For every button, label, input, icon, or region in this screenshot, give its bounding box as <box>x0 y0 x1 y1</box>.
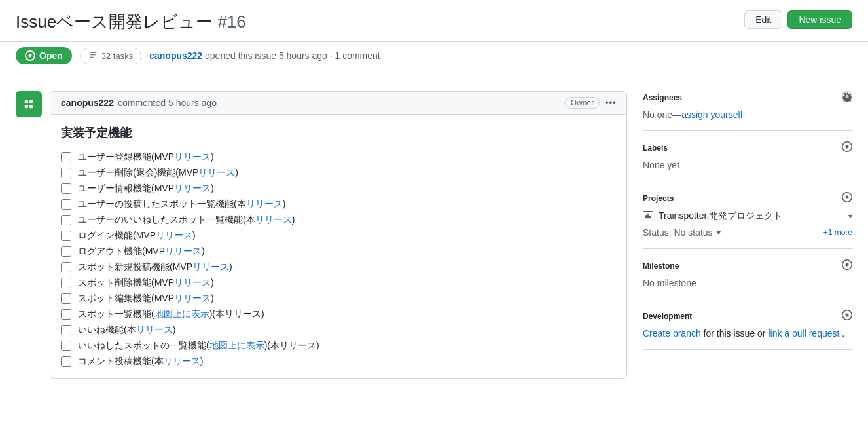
more-options-button[interactable]: ••• <box>605 97 616 109</box>
comment-header-right: Owner ••• <box>565 97 616 109</box>
checkbox-1[interactable] <box>61 152 71 162</box>
development-text: Create branch for this issue or link a p… <box>643 328 852 339</box>
meta-info: canopus222 opened this issue 5 hours ago… <box>149 50 380 61</box>
avatar <box>16 91 42 117</box>
list-item: ユーザー情報機能(MVPリリース) <box>61 183 616 195</box>
list-item: ログアウト機能(MVPリリース) <box>61 246 616 257</box>
project-left: Trainspotter.開発プロジェクト <box>643 210 782 222</box>
checkbox-13[interactable] <box>61 341 71 351</box>
assignees-header: Assignees <box>643 91 852 104</box>
comment-section: canopus222 commented 5 hours ago Owner •… <box>16 91 627 379</box>
assignees-title: Assignees <box>643 93 682 102</box>
status-dropdown[interactable]: ▾ <box>717 228 721 237</box>
checkbox-8[interactable] <box>61 262 71 272</box>
item-12-text: いいね機能(本リリース) <box>78 324 175 336</box>
comment-box: canopus222 commented 5 hours ago Owner •… <box>50 91 627 379</box>
link-pr-link[interactable]: link a pull request <box>768 328 839 339</box>
tasks-count: 32 tasks <box>101 51 133 61</box>
section-title: 実装予定機能 <box>61 125 616 141</box>
checkbox-3[interactable] <box>61 183 71 194</box>
assignees-section: Assignees No one—assign yourself <box>643 91 852 131</box>
development-gear-icon[interactable] <box>842 310 852 323</box>
development-title: Development <box>643 312 692 321</box>
checkbox-5[interactable] <box>61 215 71 225</box>
status-label: Open <box>39 50 63 61</box>
projects-section: Projects <box>643 181 852 249</box>
project-name: Trainspotter.開発プロジェクト <box>659 210 782 222</box>
checkbox-9[interactable] <box>61 278 71 288</box>
checkbox-4[interactable] <box>61 199 71 210</box>
item-4-text: ユーザーの投稿したスポット一覧機能(本リリース) <box>78 198 285 210</box>
projects-title: Projects <box>643 194 674 203</box>
list-item: コメント投稿機能(本リリース) <box>61 356 616 367</box>
development-header: Development <box>643 310 852 323</box>
labels-gear-icon[interactable] <box>842 141 852 155</box>
milestone-title: Milestone <box>643 261 679 271</box>
assign-yourself-link[interactable]: assign yourself <box>681 109 742 120</box>
comment-header: canopus222 commented 5 hours ago Owner •… <box>50 92 626 115</box>
open-icon <box>25 50 35 61</box>
checkbox-2[interactable] <box>61 168 71 178</box>
issue-title: Issueベース開発レビュー #16 <box>16 10 246 33</box>
svg-rect-7 <box>649 216 651 218</box>
milestone-gear-icon[interactable] <box>842 259 852 272</box>
assignees-gear-icon[interactable] <box>842 91 852 104</box>
checkbox-12[interactable] <box>61 325 71 335</box>
checkbox-7[interactable] <box>61 246 71 257</box>
assignees-value: No one—assign yourself <box>643 109 852 120</box>
checkbox-11[interactable] <box>61 309 71 320</box>
comment-time: commented 5 hours ago <box>118 98 217 108</box>
list-item: スポット新規投稿機能(MVPリリース) <box>61 261 616 273</box>
svg-rect-6 <box>647 214 649 218</box>
svg-rect-1 <box>25 100 28 103</box>
list-item: スポット編集機能(MVPリリース) <box>61 293 616 305</box>
item-3-text: ユーザー情報機能(MVPリリース) <box>78 183 214 195</box>
checkbox-14[interactable] <box>61 356 71 367</box>
status-badge: Open <box>16 47 72 64</box>
header-buttons: Edit New issue <box>744 10 852 29</box>
new-issue-button[interactable]: New issue <box>787 10 852 29</box>
item-1-text: ユーザー登録機能(MVPリリース) <box>78 151 214 163</box>
sidebar: Assignees No one—assign yourself Labels <box>643 91 852 379</box>
item-8-text: スポット新規投稿機能(MVPリリース) <box>78 261 232 273</box>
item-11-text: スポット一覧機能(地図上に表示)(本リリース) <box>78 309 264 320</box>
list-item: スポット一覧機能(地図上に表示)(本リリース) <box>61 309 616 320</box>
tasks-badge: 32 tasks <box>80 48 141 64</box>
comment-author: canopus222 <box>61 98 114 108</box>
issue-title-text: Issueベース開発レビュー <box>16 12 213 31</box>
labels-header: Labels <box>643 141 852 155</box>
svg-point-0 <box>29 54 32 58</box>
list-item: ユーザー登録機能(MVPリリース) <box>61 151 616 163</box>
checklist: ユーザー登録機能(MVPリリース) ユーザー削除(退会)機能(MVPリリース) … <box>61 151 616 367</box>
list-item: ユーザーの投稿したスポット一覧機能(本リリース) <box>61 198 616 210</box>
labels-value: None yet <box>643 160 852 170</box>
comment-header-left: canopus222 commented 5 hours ago <box>61 98 217 108</box>
author-link[interactable]: canopus222 <box>149 50 202 61</box>
milestone-section: Milestone No milestone <box>643 249 852 299</box>
edit-button[interactable]: Edit <box>744 10 782 29</box>
svg-rect-2 <box>29 100 33 103</box>
no-one-text: No one <box>643 109 672 120</box>
svg-rect-4 <box>29 105 33 108</box>
item-7-text: ログアウト機能(MVPリリース) <box>78 246 205 257</box>
checkbox-10[interactable] <box>61 293 71 304</box>
item-9-text: スポット削除機能(MVPリリース) <box>78 277 214 289</box>
main-content: canopus222 commented 5 hours ago Owner •… <box>0 75 868 379</box>
projects-gear-icon[interactable] <box>842 192 852 205</box>
dev-text-middle: for this issue or <box>704 328 766 339</box>
page-header: Issueベース開発レビュー #16 Edit New issue <box>0 0 868 42</box>
labels-section: Labels None yet <box>643 131 852 181</box>
item-13-text: いいねしたスポットの一覧機能(地図上に表示)(本リリース) <box>78 340 319 352</box>
issue-number: #16 <box>217 12 245 31</box>
svg-rect-5 <box>645 215 647 218</box>
item-5-text: ユーザーのいいねしたスポット一覧機能(本リリース) <box>78 214 295 226</box>
item-6-text: ログイン機能(MVPリリース) <box>78 230 196 242</box>
issue-meta: Open 32 tasks canopus222 opened this iss… <box>0 42 868 75</box>
create-branch-link[interactable]: Create branch <box>643 328 701 339</box>
chevron-down-icon[interactable]: ▾ <box>848 212 852 221</box>
item-14-text: コメント投稿機能(本リリース) <box>78 356 203 367</box>
list-item: ユーザーのいいねしたスポット一覧機能(本リリース) <box>61 214 616 226</box>
plus-more[interactable]: +1 more <box>823 228 852 237</box>
owner-badge: Owner <box>565 97 600 109</box>
checkbox-6[interactable] <box>61 231 71 241</box>
